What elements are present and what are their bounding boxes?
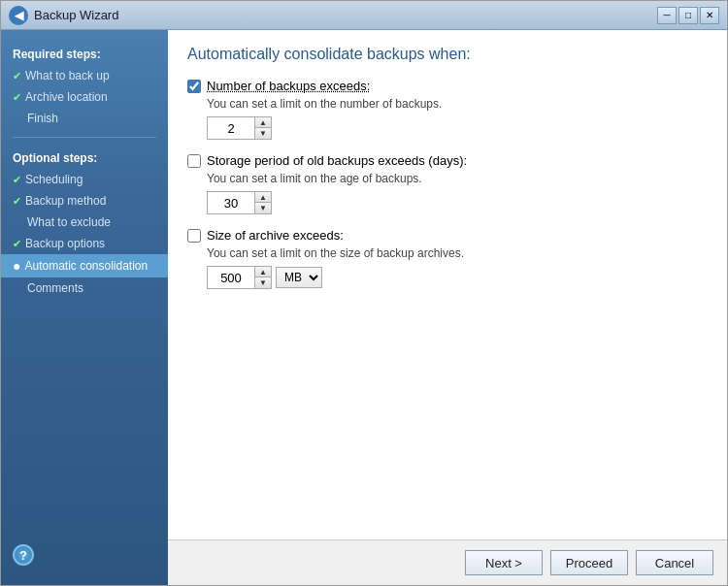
sidebar-item-archive-location[interactable]: ✔ Archive location bbox=[1, 86, 168, 108]
sidebar-label-backup-method: Backup method bbox=[25, 194, 106, 208]
check-icon-backup-method: ✔ bbox=[13, 195, 21, 208]
sidebar-item-backup-method[interactable]: ✔ Backup method bbox=[1, 190, 168, 212]
sidebar-label-comments: Comments bbox=[27, 281, 83, 295]
title-bar: ◀ Backup Wizard ─ □ ✕ bbox=[1, 1, 727, 30]
maximize-button[interactable]: □ bbox=[678, 7, 698, 24]
app-icon: ◀ bbox=[9, 6, 28, 25]
sidebar-label-finish: Finish bbox=[27, 112, 58, 125]
optional-steps-label: Optional steps: bbox=[1, 146, 168, 169]
label-num-backups: Number of backups exceeds: bbox=[207, 79, 370, 93]
input-storage-period[interactable] bbox=[208, 192, 254, 213]
bullet-icon-auto-consolidation: ● bbox=[13, 258, 20, 274]
spinner-archive-size: ▲ ▼ bbox=[207, 266, 272, 289]
sidebar-label-archive-location: Archive location bbox=[25, 90, 108, 104]
sidebar: Required steps: ✔ What to back up ✔ Arch… bbox=[1, 30, 168, 585]
sidebar-item-what-to-back-up[interactable]: ✔ What to back up bbox=[1, 65, 168, 86]
checkbox-storage-period[interactable] bbox=[187, 154, 201, 168]
checkbox-archive-size[interactable] bbox=[187, 229, 201, 243]
cancel-button[interactable]: Cancel bbox=[636, 550, 713, 575]
desc-storage-period: You can set a limit on the age of backup… bbox=[207, 172, 708, 185]
sidebar-item-finish[interactable]: Finish bbox=[1, 108, 168, 129]
sidebar-footer: ? bbox=[1, 537, 168, 573]
sidebar-label-scheduling: Scheduling bbox=[25, 173, 83, 186]
spin-up-archive-size[interactable]: ▲ bbox=[255, 267, 271, 277]
proceed-button[interactable]: Proceed bbox=[550, 550, 628, 575]
main-window: ◀ Backup Wizard ─ □ ✕ Required steps: ✔ … bbox=[0, 0, 728, 586]
checkbox-row-archive-size: Size of archive exceeds: bbox=[187, 228, 708, 243]
sidebar-item-backup-options[interactable]: ✔ Backup options bbox=[1, 233, 168, 254]
spinner-btns-num-backups: ▲ ▼ bbox=[254, 117, 271, 139]
spinner-row-num-backups: ▲ ▼ bbox=[207, 116, 708, 140]
content-body: Automatically consolidate backups when: … bbox=[168, 30, 727, 539]
checkbox-row-num-backups: Number of backups exceeds: bbox=[187, 79, 708, 93]
required-steps-label: Required steps: bbox=[1, 42, 168, 65]
label-archive-size: Size of archive exceeds: bbox=[207, 228, 344, 243]
label-storage-period: Storage period of old backups exceeds (d… bbox=[207, 153, 467, 168]
sidebar-label-automatic-consolidation: Automatic consolidation bbox=[24, 259, 148, 273]
spin-up-num-backups[interactable]: ▲ bbox=[255, 117, 271, 128]
input-archive-size[interactable] bbox=[208, 267, 254, 288]
close-button[interactable]: ✕ bbox=[700, 7, 719, 24]
spinner-btns-storage-period: ▲ ▼ bbox=[254, 192, 271, 213]
check-icon-scheduling: ✔ bbox=[13, 174, 21, 186]
desc-num-backups: You can set a limit on the number of bac… bbox=[207, 97, 708, 111]
checkbox-num-backups[interactable] bbox=[187, 80, 201, 93]
check-icon-backup-options: ✔ bbox=[13, 238, 21, 250]
option-num-backups: Number of backups exceeds: You can set a… bbox=[187, 79, 708, 140]
spinner-row-storage-period: ▲ ▼ bbox=[207, 191, 708, 214]
option-storage-period: Storage period of old backups exceeds (d… bbox=[187, 153, 708, 214]
option-archive-size: Size of archive exceeds: You can set a l… bbox=[187, 228, 708, 289]
content-title: Automatically consolidate backups when: bbox=[187, 46, 708, 63]
window-controls: ─ □ ✕ bbox=[657, 7, 719, 24]
sidebar-label-what-to-back-up: What to back up bbox=[25, 69, 110, 82]
dropdown-row-archive-size: ▲ ▼ MB GB bbox=[207, 266, 708, 289]
window-title: Backup Wizard bbox=[34, 8, 657, 22]
input-num-backups[interactable] bbox=[208, 117, 254, 139]
sidebar-divider bbox=[13, 137, 156, 138]
spin-down-num-backups[interactable]: ▼ bbox=[255, 128, 271, 139]
sidebar-item-comments[interactable]: Comments bbox=[1, 277, 168, 299]
sidebar-label-backup-options: Backup options bbox=[25, 237, 105, 250]
minimize-button[interactable]: ─ bbox=[657, 7, 677, 24]
next-button[interactable]: Next > bbox=[465, 550, 543, 575]
spinner-btns-archive-size: ▲ ▼ bbox=[254, 267, 271, 288]
sidebar-item-what-to-exclude[interactable]: What to exclude bbox=[1, 212, 168, 233]
spinner-num-backups: ▲ ▼ bbox=[207, 116, 272, 140]
main-content: Required steps: ✔ What to back up ✔ Arch… bbox=[1, 30, 727, 585]
check-icon-archive-location: ✔ bbox=[13, 91, 21, 104]
sidebar-item-automatic-consolidation[interactable]: ● Automatic consolidation bbox=[1, 254, 168, 277]
sidebar-item-scheduling[interactable]: ✔ Scheduling bbox=[1, 169, 168, 190]
spin-down-storage-period[interactable]: ▼ bbox=[255, 203, 271, 213]
help-button[interactable]: ? bbox=[13, 544, 34, 566]
desc-archive-size: You can set a limit on the size of backu… bbox=[207, 246, 708, 260]
sidebar-label-what-to-exclude: What to exclude bbox=[27, 215, 111, 229]
spin-up-storage-period[interactable]: ▲ bbox=[255, 192, 271, 203]
checkbox-row-storage-period: Storage period of old backups exceeds (d… bbox=[187, 153, 708, 168]
unit-select-archive-size[interactable]: MB GB bbox=[276, 267, 322, 288]
footer: Next > Proceed Cancel bbox=[168, 539, 727, 585]
spin-down-archive-size[interactable]: ▼ bbox=[255, 277, 271, 288]
check-icon-what-to-back-up: ✔ bbox=[13, 70, 21, 82]
spinner-storage-period: ▲ ▼ bbox=[207, 191, 272, 214]
content-panel: Automatically consolidate backups when: … bbox=[168, 30, 727, 585]
